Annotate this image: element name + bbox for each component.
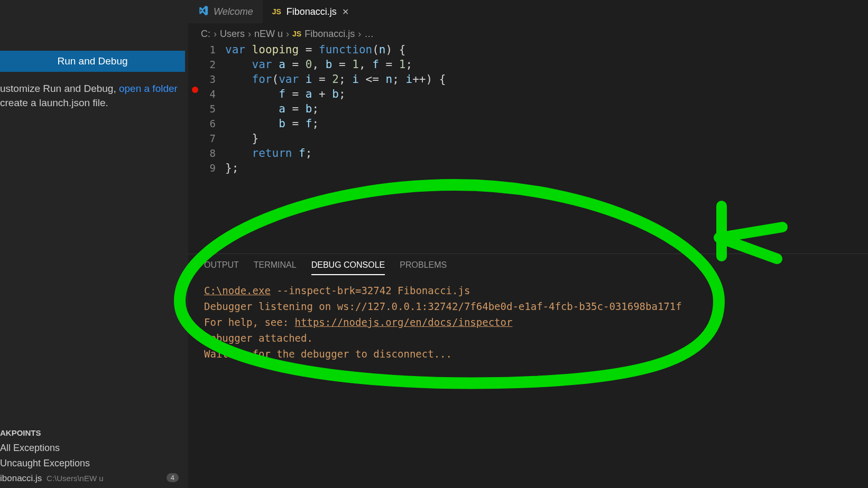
- chevron-right-icon: ›: [214, 29, 217, 40]
- chevron-right-icon: ›: [248, 29, 251, 40]
- panel-tabs: OUTPUT TERMINAL DEBUG CONSOLE PROBLEMS: [188, 254, 868, 275]
- js-file-icon: JS: [292, 30, 301, 38]
- bp-file-path: C:\Users\nEW u: [47, 474, 104, 483]
- sidebar-debug: Run and Debug ustomize Run and Debug, op…: [0, 0, 188, 488]
- line-number: 7: [202, 131, 225, 146]
- breakpoints-file-entry[interactable]: ibonacci.js C:\Users\nEW u 4: [0, 471, 188, 486]
- tab-fibonacci-label: Fibonacci.js: [287, 6, 337, 17]
- chevron-right-icon: ›: [358, 29, 361, 40]
- dbg-help-link[interactable]: https://nodejs.org/en/docs/inspector: [295, 316, 513, 328]
- breadcrumb[interactable]: C: › Users › nEW u › JS Fibonacci.js › …: [201, 26, 374, 41]
- tab-welcome[interactable]: Welcome: [188, 0, 263, 23]
- open-folder-link[interactable]: open a folder: [119, 83, 178, 94]
- dbg-listening-line: Debugger listening on ws://127.0.0.1:327…: [204, 298, 852, 314]
- panel-tab-problems[interactable]: PROBLEMS: [400, 260, 447, 275]
- dbg-attached-line: Debugger attached.: [204, 330, 852, 346]
- line-number: 9: [202, 161, 225, 175]
- debug-sidebar-help-text: ustomize Run and Debug, open a folder cr…: [0, 81, 185, 110]
- line-number: 4: [202, 87, 225, 101]
- breakpoints-header[interactable]: AKPOINTS: [0, 425, 188, 440]
- editor-line[interactable]: 8 return f;: [188, 146, 868, 161]
- editor-line[interactable]: 7 }: [188, 131, 868, 146]
- editor-line[interactable]: 5 a = b;: [188, 101, 868, 116]
- breakpoints-uncaught-exceptions[interactable]: Uncaught Exceptions: [0, 456, 188, 471]
- editor-line[interactable]: 1var looping = function(n) {: [188, 42, 868, 57]
- js-file-icon: JS: [272, 7, 281, 16]
- bc-drive[interactable]: C:: [201, 29, 210, 40]
- breakpoints-section: AKPOINTS All Exceptions Uncaught Excepti…: [0, 425, 188, 488]
- line-number: 6: [202, 116, 225, 131]
- dbg-waiting-line: Waiting for the debugger to disconnect..…: [204, 346, 852, 362]
- breakpoints-all-exceptions[interactable]: All Exceptions: [0, 440, 188, 456]
- editor-line[interactable]: 9};: [188, 161, 868, 175]
- code-editor[interactable]: 1var looping = function(n) {2 var a = 0,…: [188, 42, 868, 175]
- line-number: 2: [202, 57, 225, 72]
- node-exe-link[interactable]: C:\node.exe: [204, 285, 271, 296]
- bottom-panel: OUTPUT TERMINAL DEBUG CONSOLE PROBLEMS C…: [188, 254, 868, 488]
- bc-ellipsis[interactable]: …: [364, 29, 374, 40]
- line-number: 8: [202, 146, 225, 161]
- vscode-icon: [198, 5, 208, 18]
- breakpoint-dot-icon[interactable]: [192, 87, 198, 93]
- node-args: --inspect-brk=32742 Fibonacci.js: [271, 285, 470, 296]
- tab-fibonacci[interactable]: JS Fibonacci.js ✕: [263, 0, 358, 23]
- code-content[interactable]: var a = 0, b = 1, f = 1;: [225, 57, 412, 72]
- code-content[interactable]: var looping = function(n) {: [225, 42, 405, 57]
- tab-welcome-label: Welcome: [214, 6, 253, 17]
- chevron-right-icon: ›: [286, 29, 289, 40]
- help-text-suffix: create a launch.json file.: [0, 97, 108, 108]
- close-icon[interactable]: ✕: [342, 7, 349, 17]
- run-and-debug-button[interactable]: Run and Debug: [0, 51, 185, 72]
- line-number: 3: [202, 72, 225, 87]
- editor-line[interactable]: 6 b = f;: [188, 116, 868, 131]
- editor-line[interactable]: 2 var a = 0, b = 1, f = 1;: [188, 57, 868, 72]
- code-content[interactable]: return f;: [225, 146, 312, 161]
- debug-console-content[interactable]: C:\node.exe --inspect-brk=32742 Fibonacc…: [188, 275, 868, 369]
- code-content[interactable]: for(var i = 2; i <= n; i++) {: [225, 72, 446, 87]
- panel-tab-terminal[interactable]: TERMINAL: [254, 260, 297, 275]
- breakpoint-gutter[interactable]: [188, 87, 202, 93]
- dbg-help-prefix: For help, see:: [204, 316, 295, 328]
- bp-file-line-badge: 4: [167, 473, 179, 482]
- bc-newu[interactable]: nEW u: [254, 29, 283, 40]
- code-content[interactable]: b = f;: [225, 116, 319, 131]
- code-content[interactable]: a = b;: [225, 101, 319, 116]
- bc-users[interactable]: Users: [220, 29, 245, 40]
- panel-tab-debug-console[interactable]: DEBUG CONSOLE: [311, 260, 385, 275]
- code-content[interactable]: };: [225, 161, 238, 175]
- bc-file[interactable]: Fibonacci.js: [304, 29, 355, 40]
- editor-line[interactable]: 4 f = a + b;: [188, 87, 868, 101]
- editor-line[interactable]: 3 for(var i = 2; i <= n; i++) {: [188, 72, 868, 87]
- code-content[interactable]: }: [225, 131, 258, 146]
- help-text-prefix: ustomize Run and Debug,: [0, 83, 119, 94]
- line-number: 5: [202, 101, 225, 116]
- editor-tabs: Welcome JS Fibonacci.js ✕: [188, 0, 358, 23]
- code-content[interactable]: f = a + b;: [225, 87, 346, 101]
- bp-file-name: ibonacci.js: [0, 473, 42, 483]
- line-number: 1: [202, 42, 225, 57]
- panel-tab-output[interactable]: OUTPUT: [204, 260, 239, 275]
